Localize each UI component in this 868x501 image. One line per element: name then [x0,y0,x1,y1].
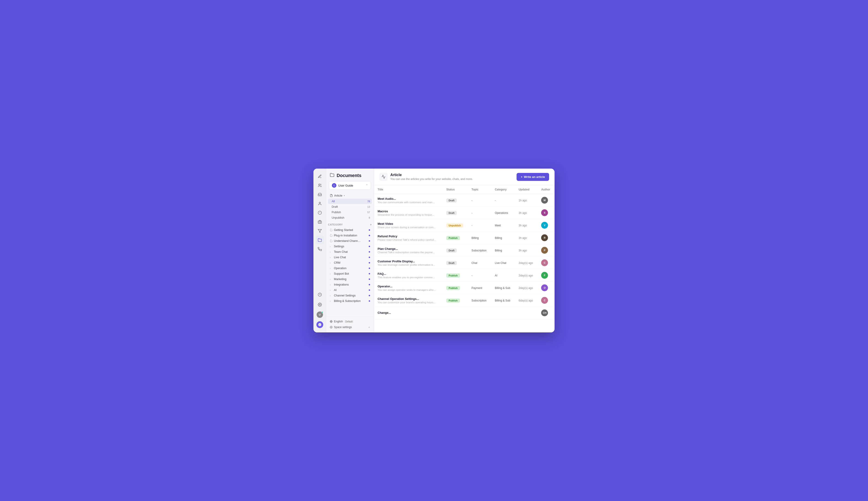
cell-updated: 3h ago [515,206,538,219]
cat-label: Understand Channel Talk... [334,239,361,243]
nav-documents[interactable] [316,236,324,244]
cat-dot [369,230,370,231]
cell-status: Publish [443,232,468,244]
write-article-button[interactable]: + Write an article [517,173,549,181]
workspace-name: User Guide [338,184,364,187]
cell-topic: - [468,206,491,219]
table-row[interactable]: Customer Profile Display... You can leve… [374,257,555,269]
cat-label: Integrations [334,283,349,286]
cat-live-chat[interactable]: › Live Chat [328,255,372,260]
publish-count: 57 [367,211,370,214]
nav-phone[interactable] [316,245,324,253]
cell-status: Draft [443,257,468,269]
table-row[interactable]: Refund Policy Please read Channel Talk's… [374,232,555,244]
cell-category: Billing [491,244,515,257]
nav-funnel[interactable] [316,227,324,235]
cat-channel-settings[interactable]: › Channel Settings [328,293,372,298]
svg-marker-6 [318,230,322,233]
cat-label: Getting Started [334,228,353,232]
article-title: Channel Operation Settings... [378,297,439,300]
cat-billing[interactable]: › Billing & Subscription [328,298,372,304]
cat-crm[interactable]: › CRM [328,260,372,266]
nav-campaigns[interactable] [316,218,324,226]
cat-label: Operation [334,267,346,270]
app-window: U Documents U User Guide ⌃ A [313,169,555,332]
article-title: FAQ... [378,272,439,276]
article-filter-unpublish[interactable]: Unpublish 8 [328,215,372,221]
cell-topic: - [468,269,491,282]
expand-icon: › [330,267,333,270]
sidebar: Documents U User Guide ⌃ Article ▾ All 7… [326,169,374,332]
user-avatar[interactable]: U [316,311,324,319]
cat-dot [369,235,370,236]
table-header-row: Title Status Topic Category Updated Auth… [374,185,555,194]
articles-table-container: Title Status Topic Category Updated Auth… [374,185,555,332]
category-text: - [495,199,496,202]
cat-operation[interactable]: › Operation [328,266,372,271]
col-author: Author [538,185,555,194]
table-row[interactable]: FAQ... This feature enables you to pre-r… [374,269,555,282]
nav-history[interactable] [316,290,324,299]
cat-label: Support Bot [334,272,349,275]
documents-icon [330,173,334,178]
nav-inbox[interactable] [316,190,324,199]
all-count: 78 [367,200,370,203]
status-badge: Publish [446,274,460,278]
workspace-selector[interactable]: U User Guide ⌃ [329,181,371,190]
category-add-btn[interactable]: + [370,223,372,226]
article-subtitle: Channel Talk's subscription contains the… [378,251,439,254]
bot-avatar[interactable] [316,321,324,329]
article-filter-draft[interactable]: Draft 13 [328,204,372,210]
cat-getting-started[interactable]: Getting Started [328,227,372,233]
article-nav-header[interactable]: Article ▾ [328,192,372,199]
write-btn-label: Write an article [524,175,545,179]
table-row[interactable]: Plan Change... Channel Talk's subscripti… [374,244,555,257]
status-badge: Unpublish [446,223,463,227]
article-filter-publish[interactable]: Publish 57 [328,210,372,215]
cat-understand[interactable]: Understand Channel Talk... [328,238,372,244]
nav-pencil[interactable] [316,172,324,180]
expand-icon: › [330,289,333,291]
nav-analytics[interactable] [316,209,324,217]
header-title: Article [390,173,517,177]
space-settings[interactable]: Space settings + [329,324,371,330]
nav-contacts[interactable] [316,181,324,190]
table-row[interactable]: Meet Video Share your screen during a co… [374,219,555,232]
category-text: AI [495,274,497,277]
cat-dot [369,300,370,302]
category-section: Getting Started Plug-in Installation Und… [326,227,374,304]
article-section-chevron: ▾ [344,194,345,197]
cat-label: Plug-in Installation [334,234,357,237]
cell-category: - [491,194,515,206]
table-row[interactable]: Meet Audio... You can communicate with c… [374,194,555,206]
table-row[interactable]: Operator... You can assign operator seat… [374,282,555,294]
cat-team-chat[interactable]: › Team Chat [328,249,372,255]
status-badge: Publish [446,286,460,290]
cell-status: Draft [443,244,468,257]
cat-dot [369,262,370,264]
author-avatar: C [541,297,548,304]
table-row[interactable]: Change... CH [374,307,555,319]
table-row[interactable]: Macros Streamline the process of respond… [374,206,555,219]
sidebar-footer: English Default Space settings + [326,316,374,332]
cat-marketing[interactable]: › Marketing [328,276,372,282]
articles-table: Title Status Topic Category Updated Auth… [374,185,555,319]
cat-support-bot[interactable]: › Support Bot [328,271,372,276]
language-setting[interactable]: English Default [329,319,371,324]
status-badge: Draft [446,261,457,265]
cat-integrations[interactable]: › Integrations [328,282,372,287]
cat-plugin[interactable]: Plug-in Installation [328,233,372,238]
cell-updated: 3h ago [515,219,538,232]
updated-text: 3h ago [519,236,527,239]
article-section: Article ▾ All 78 Draft 13 Publish 57 Unp… [326,192,374,221]
cat-settings[interactable]: › Settings [328,244,372,249]
cat-ai[interactable]: › AI [328,287,372,293]
cell-topic: - [468,194,491,206]
nav-user[interactable] [316,200,324,208]
cell-title: Change... [374,307,443,319]
table-row[interactable]: Channel Operation Settings... You can cu… [374,294,555,307]
nav-settings[interactable] [316,300,324,309]
article-filter-all[interactable]: All 78 [328,199,372,204]
space-add-btn[interactable]: + [368,326,370,329]
cell-updated: 2day(s) ago [515,269,538,282]
